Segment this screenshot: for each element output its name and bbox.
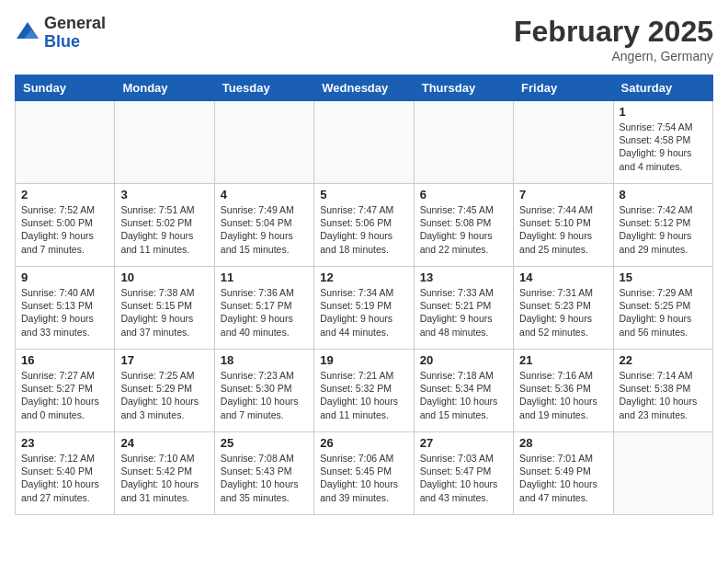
day-number: 21: [519, 353, 607, 367]
calendar-cell: 15Sunrise: 7:29 AM Sunset: 5:25 PM Dayli…: [613, 267, 712, 350]
calendar-cell: 16Sunrise: 7:27 AM Sunset: 5:27 PM Dayli…: [16, 350, 115, 432]
day-info: Sunrise: 7:51 AM Sunset: 5:02 PM Dayligh…: [120, 203, 208, 256]
day-info: Sunrise: 7:33 AM Sunset: 5:21 PM Dayligh…: [420, 286, 507, 339]
day-number: 16: [21, 353, 108, 367]
day-info: Sunrise: 7:36 AM Sunset: 5:17 PM Dayligh…: [221, 286, 308, 339]
calendar-cell: [414, 101, 513, 184]
calendar-cell: 14Sunrise: 7:31 AM Sunset: 5:23 PM Dayli…: [514, 267, 613, 350]
calendar-cell: 28Sunrise: 7:01 AM Sunset: 5:49 PM Dayli…: [514, 432, 613, 515]
day-info: Sunrise: 7:31 AM Sunset: 5:23 PM Dayligh…: [519, 286, 607, 339]
day-info: Sunrise: 7:34 AM Sunset: 5:19 PM Dayligh…: [320, 286, 407, 339]
day-info: Sunrise: 7:06 AM Sunset: 5:45 PM Dayligh…: [320, 452, 407, 504]
calendar-title: February 2025: [514, 15, 713, 49]
day-info: Sunrise: 7:44 AM Sunset: 5:10 PM Dayligh…: [519, 203, 607, 256]
day-info: Sunrise: 7:21 AM Sunset: 5:32 PM Dayligh…: [320, 369, 407, 421]
calendar-cell: 10Sunrise: 7:38 AM Sunset: 5:15 PM Dayli…: [115, 267, 214, 350]
day-info: Sunrise: 7:23 AM Sunset: 5:30 PM Dayligh…: [221, 369, 308, 421]
calendar-week-3: 9Sunrise: 7:40 AM Sunset: 5:13 PM Daylig…: [16, 267, 713, 350]
day-info: Sunrise: 7:47 AM Sunset: 5:06 PM Dayligh…: [320, 203, 407, 256]
header-saturday: Saturday: [613, 75, 712, 101]
calendar-cell: 12Sunrise: 7:34 AM Sunset: 5:19 PM Dayli…: [314, 267, 414, 350]
day-number: 2: [21, 188, 108, 201]
calendar-cell: 3Sunrise: 7:51 AM Sunset: 5:02 PM Daylig…: [115, 184, 214, 267]
calendar-cell: 23Sunrise: 7:12 AM Sunset: 5:40 PM Dayli…: [16, 432, 115, 515]
day-number: 5: [320, 188, 407, 201]
day-info: Sunrise: 7:08 AM Sunset: 5:43 PM Dayligh…: [221, 452, 308, 504]
calendar-cell: 9Sunrise: 7:40 AM Sunset: 5:13 PM Daylig…: [16, 267, 115, 350]
day-info: Sunrise: 7:29 AM Sunset: 5:25 PM Dayligh…: [620, 286, 707, 339]
day-number: 18: [221, 353, 308, 367]
day-number: 15: [620, 270, 707, 284]
day-number: 7: [519, 188, 607, 201]
calendar-cell: [314, 101, 414, 184]
day-number: 3: [120, 188, 208, 201]
calendar-cell: 26Sunrise: 7:06 AM Sunset: 5:45 PM Dayli…: [314, 432, 414, 515]
day-info: Sunrise: 7:45 AM Sunset: 5:08 PM Dayligh…: [420, 203, 507, 256]
logo-text: General Blue: [44, 15, 106, 52]
day-number: 4: [221, 188, 308, 201]
calendar-cell: 25Sunrise: 7:08 AM Sunset: 5:43 PM Dayli…: [214, 432, 313, 515]
calendar-cell: [613, 432, 712, 515]
calendar-cell: 19Sunrise: 7:21 AM Sunset: 5:32 PM Dayli…: [314, 350, 414, 432]
calendar-week-1: 1Sunrise: 7:54 AM Sunset: 4:58 PM Daylig…: [16, 101, 713, 184]
day-number: 9: [21, 270, 108, 284]
header-wednesday: Wednesday: [314, 75, 414, 101]
day-info: Sunrise: 7:42 AM Sunset: 5:12 PM Dayligh…: [620, 203, 707, 256]
calendar-cell: 7Sunrise: 7:44 AM Sunset: 5:10 PM Daylig…: [514, 184, 613, 267]
calendar-cell: [514, 101, 613, 184]
day-info: Sunrise: 7:16 AM Sunset: 5:36 PM Dayligh…: [519, 369, 607, 421]
day-number: 20: [420, 353, 507, 367]
day-number: 11: [221, 270, 308, 284]
day-number: 25: [221, 436, 308, 450]
calendar-cell: 21Sunrise: 7:16 AM Sunset: 5:36 PM Dayli…: [514, 350, 613, 432]
calendar-week-2: 2Sunrise: 7:52 AM Sunset: 5:00 PM Daylig…: [16, 184, 713, 267]
day-info: Sunrise: 7:40 AM Sunset: 5:13 PM Dayligh…: [21, 286, 108, 339]
day-info: Sunrise: 7:12 AM Sunset: 5:40 PM Dayligh…: [21, 452, 108, 504]
calendar-subtitle: Angern, Germany: [514, 49, 713, 63]
calendar-week-5: 23Sunrise: 7:12 AM Sunset: 5:40 PM Dayli…: [16, 432, 713, 515]
day-info: Sunrise: 7:03 AM Sunset: 5:47 PM Dayligh…: [420, 452, 507, 504]
logo-general-text: General: [44, 15, 106, 33]
day-number: 27: [420, 436, 507, 450]
calendar-cell: [16, 101, 115, 184]
day-number: 23: [21, 436, 108, 450]
calendar-header-row: SundayMondayTuesdayWednesdayThursdayFrid…: [16, 75, 713, 101]
calendar-cell: 13Sunrise: 7:33 AM Sunset: 5:21 PM Dayli…: [414, 267, 513, 350]
calendar-week-4: 16Sunrise: 7:27 AM Sunset: 5:27 PM Dayli…: [16, 350, 713, 432]
day-number: 19: [320, 353, 407, 367]
calendar-table: SundayMondayTuesdayWednesdayThursdayFrid…: [15, 75, 713, 515]
day-info: Sunrise: 7:01 AM Sunset: 5:49 PM Dayligh…: [519, 452, 607, 504]
logo-icon: [15, 20, 40, 46]
day-info: Sunrise: 7:38 AM Sunset: 5:15 PM Dayligh…: [120, 286, 208, 339]
header-tuesday: Tuesday: [214, 75, 313, 101]
day-number: 24: [120, 436, 208, 450]
day-number: 14: [519, 270, 607, 284]
calendar-cell: 5Sunrise: 7:47 AM Sunset: 5:06 PM Daylig…: [314, 184, 414, 267]
day-number: 13: [420, 270, 507, 284]
header-friday: Friday: [514, 75, 613, 101]
calendar-cell: 1Sunrise: 7:54 AM Sunset: 4:58 PM Daylig…: [613, 101, 712, 184]
calendar-cell: 6Sunrise: 7:45 AM Sunset: 5:08 PM Daylig…: [414, 184, 513, 267]
calendar-cell: 24Sunrise: 7:10 AM Sunset: 5:42 PM Dayli…: [115, 432, 214, 515]
calendar-cell: 27Sunrise: 7:03 AM Sunset: 5:47 PM Dayli…: [414, 432, 513, 515]
day-info: Sunrise: 7:49 AM Sunset: 5:04 PM Dayligh…: [221, 203, 308, 256]
day-number: 28: [519, 436, 607, 450]
calendar-cell: 4Sunrise: 7:49 AM Sunset: 5:04 PM Daylig…: [214, 184, 313, 267]
calendar-cell: 8Sunrise: 7:42 AM Sunset: 5:12 PM Daylig…: [613, 184, 712, 267]
calendar-cell: 18Sunrise: 7:23 AM Sunset: 5:30 PM Dayli…: [214, 350, 313, 432]
calendar-cell: [115, 101, 214, 184]
day-info: Sunrise: 7:10 AM Sunset: 5:42 PM Dayligh…: [120, 452, 208, 504]
day-info: Sunrise: 7:52 AM Sunset: 5:00 PM Dayligh…: [21, 203, 108, 256]
day-number: 8: [620, 188, 707, 201]
calendar-cell: [214, 101, 313, 184]
day-info: Sunrise: 7:25 AM Sunset: 5:29 PM Dayligh…: [120, 369, 208, 421]
logo: General Blue: [15, 15, 106, 52]
logo-blue-text: Blue: [44, 33, 106, 52]
day-number: 10: [120, 270, 208, 284]
day-number: 12: [320, 270, 407, 284]
title-block: February 2025 Angern, Germany: [514, 15, 713, 63]
day-info: Sunrise: 7:27 AM Sunset: 5:27 PM Dayligh…: [21, 369, 108, 421]
calendar-cell: 11Sunrise: 7:36 AM Sunset: 5:17 PM Dayli…: [214, 267, 313, 350]
day-info: Sunrise: 7:14 AM Sunset: 5:38 PM Dayligh…: [620, 369, 707, 421]
page-header: General Blue February 2025 Angern, Germa…: [15, 15, 713, 63]
